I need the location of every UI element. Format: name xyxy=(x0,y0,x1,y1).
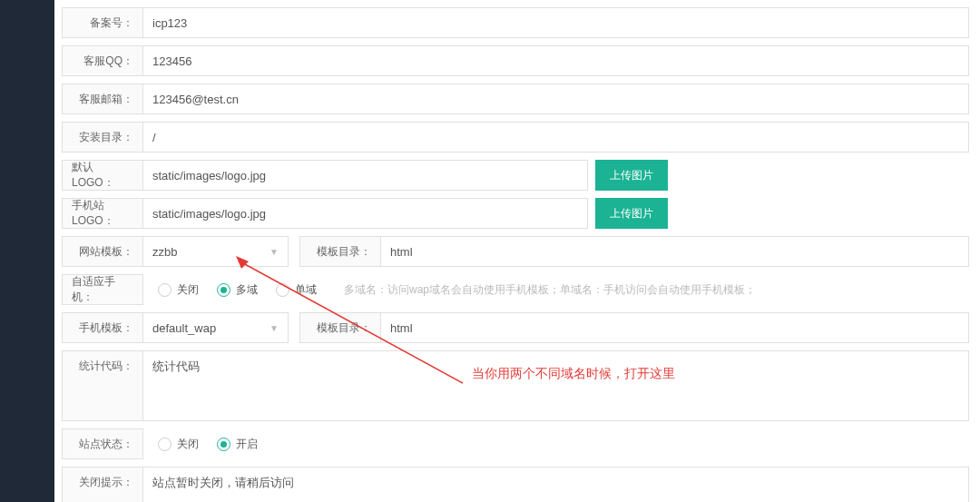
chevron-down-icon: ▼ xyxy=(270,323,279,333)
label-default-logo: 默认LOGO： xyxy=(62,160,143,191)
textarea-close-hint[interactable]: 站点暂时关闭，请稍后访问 xyxy=(143,467,969,502)
chevron-down-icon: ▼ xyxy=(270,247,279,257)
label-qq: 客服QQ： xyxy=(62,45,143,76)
label-email: 客服邮箱： xyxy=(62,84,143,114)
label-statistics: 统计代码： xyxy=(62,350,143,421)
input-email[interactable]: 123456@test.cn xyxy=(143,84,969,114)
radio-adaptive-close[interactable]: 关闭 xyxy=(158,282,199,298)
radio-icon xyxy=(158,283,172,297)
radio-status-close[interactable]: 关闭 xyxy=(158,437,199,452)
radio-icon-checked xyxy=(217,283,230,297)
input-beian[interactable]: icp123 xyxy=(143,7,969,38)
input-default-logo[interactable]: static/images/logo.jpg xyxy=(143,160,588,191)
annotation-text: 当你用两个不同域名时候，打开这里 xyxy=(472,366,675,382)
label-beian: 备案号： xyxy=(62,7,143,38)
label-mobile-template: 手机模板： xyxy=(62,312,143,343)
label-close-hint: 关闭提示： xyxy=(62,467,143,502)
select-template-value: zzbb xyxy=(152,245,177,259)
radio-adaptive-single[interactable]: 单域 xyxy=(276,282,317,298)
upload-default-logo-button[interactable]: 上传图片 xyxy=(595,160,668,191)
radio-icon xyxy=(276,283,289,297)
select-mobile-template-value: default_wap xyxy=(152,321,216,335)
upload-mobile-logo-button[interactable]: 上传图片 xyxy=(595,198,668,229)
input-template-dir1[interactable]: html xyxy=(381,236,969,267)
main-content: 备案号： icp123 客服QQ： 123456 客服邮箱： 123456@te… xyxy=(54,0,980,502)
label-template: 网站模板： xyxy=(62,236,143,267)
label-install-dir: 安装目录： xyxy=(62,122,143,153)
textarea-statistics[interactable]: 统计代码 xyxy=(143,350,969,421)
radio-status-open[interactable]: 开启 xyxy=(217,437,258,452)
label-template-dir2: 模板目录： xyxy=(299,312,381,343)
sidebar xyxy=(0,0,54,502)
input-mobile-logo[interactable]: static/images/logo.jpg xyxy=(143,198,588,229)
label-template-dir1: 模板目录： xyxy=(299,236,381,267)
input-qq[interactable]: 123456 xyxy=(143,45,969,76)
radio-adaptive-multi[interactable]: 多域 xyxy=(217,282,258,298)
radio-icon xyxy=(158,438,172,451)
adaptive-hint: 多域名：访问wap域名会自动使用手机模板；单域名：手机访问会自动使用手机模板； xyxy=(344,282,756,298)
label-site-status: 站点状态： xyxy=(62,428,143,459)
label-adaptive: 自适应手机： xyxy=(62,274,143,305)
radio-icon-checked xyxy=(217,438,230,451)
label-mobile-logo: 手机站LOGO： xyxy=(62,198,143,229)
select-mobile-template[interactable]: default_wap ▼ xyxy=(143,312,289,343)
select-template[interactable]: zzbb ▼ xyxy=(143,236,289,267)
input-install-dir[interactable]: / xyxy=(143,122,969,153)
input-template-dir2[interactable]: html xyxy=(381,312,969,343)
